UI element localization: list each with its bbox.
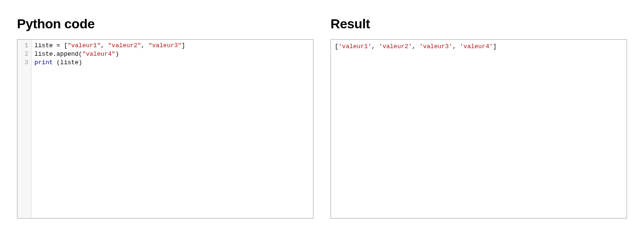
code-token: ] — [182, 42, 185, 49]
code-token: "valeur3" — [149, 42, 182, 49]
code-gutter: 123 — [17, 40, 32, 218]
output-token: 'valeur2' — [379, 43, 412, 50]
output-token: , — [372, 43, 379, 50]
output-token: 'valeur1' — [339, 43, 372, 50]
line-number: 2 — [21, 50, 28, 59]
result-panel-title: Result — [330, 17, 627, 32]
code-line[interactable]: print (liste) — [34, 59, 310, 67]
code-token: ) — [116, 50, 119, 58]
code-token: , — [100, 42, 108, 49]
code-token: , — [141, 42, 149, 49]
code-token: "valeur2" — [108, 42, 141, 49]
result-output: ['valeur1', 'valeur2', 'valeur3', 'valeu… — [330, 39, 627, 219]
output-token: 'valeur4' — [460, 43, 493, 50]
code-panel: Python code 123 liste = ["valeur1", "val… — [17, 17, 314, 219]
output-token: , — [412, 43, 420, 50]
code-token: liste = [ — [34, 42, 67, 49]
code-token: "valeur4" — [82, 50, 115, 58]
result-panel: Result ['valeur1', 'valeur2', 'valeur3',… — [330, 17, 627, 219]
line-number: 3 — [21, 59, 28, 67]
code-content[interactable]: liste = ["valeur1", "valeur2", "valeur3"… — [32, 40, 313, 218]
code-token: (liste) — [53, 59, 82, 66]
code-token: liste.append( — [34, 50, 82, 58]
code-panel-title: Python code — [17, 17, 314, 32]
main-container: Python code 123 liste = ["valeur1", "val… — [17, 17, 627, 219]
output-token: 'valeur3' — [419, 43, 452, 50]
line-number: 1 — [21, 42, 28, 50]
code-token: "valeur1" — [67, 42, 100, 49]
code-editor[interactable]: 123 liste = ["valeur1", "valeur2", "vale… — [17, 39, 314, 219]
code-token: print — [34, 59, 53, 66]
output-token: [ — [335, 43, 339, 50]
code-line[interactable]: liste = ["valeur1", "valeur2", "valeur3"… — [34, 42, 310, 50]
output-token: , — [453, 43, 460, 50]
output-token: ] — [493, 43, 497, 50]
code-line[interactable]: liste.append("valeur4") — [34, 50, 310, 59]
